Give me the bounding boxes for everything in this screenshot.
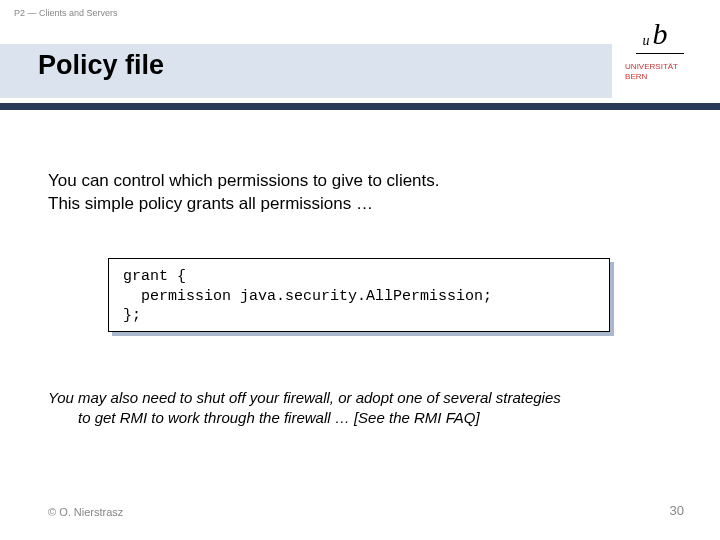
university-label: UNIVERSITÄT BERN [625,62,678,83]
university-name-1: UNIVERSITÄT [625,62,678,72]
separator-bar [0,103,720,110]
breadcrumb: P2 — Clients and Servers [14,8,118,18]
body-line: to get RMI to work through the firewall … [48,408,678,428]
university-name-2: BERN [625,72,678,82]
body-line: You may also need to shut off your firew… [48,389,561,406]
body-paragraph-2: You may also need to shut off your firew… [48,388,678,427]
slide: P2 — Clients and Servers Policy file ub … [0,0,720,540]
footer-copyright: © O. Nierstrasz [48,506,123,518]
logo-underline [636,53,684,54]
page-title: Policy file [38,50,164,81]
body-line: This simple policy grants all permission… [48,193,440,216]
code-block: grant { permission java.security.AllPerm… [108,258,610,332]
body-line: You can control which permissions to giv… [48,170,440,193]
body-paragraph-1: You can control which permissions to giv… [48,170,440,216]
university-logo: ub [636,17,684,54]
logo-b-icon: ub [653,17,668,51]
page-number: 30 [670,503,684,518]
